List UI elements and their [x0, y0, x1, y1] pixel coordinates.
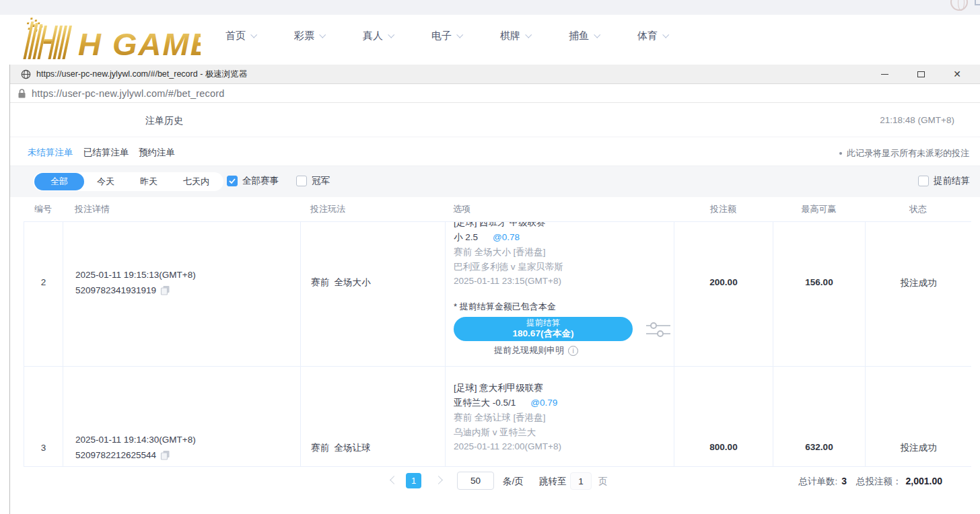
play-type: 赛前 全场让球 — [311, 442, 371, 454]
totals: 总计单数:3 总投注额：2,001.00 — [798, 476, 942, 488]
bet-amount: 200.00 — [674, 277, 773, 287]
cell-detail: 2025-01-11 19:15:13(GMT+8) 5209782341931… — [63, 222, 300, 366]
current-page-button[interactable]: 1 — [406, 473, 421, 488]
checkbox-unchecked-icon[interactable] — [296, 176, 307, 186]
nav-item-home[interactable]: 首页 — [225, 30, 256, 42]
range-all[interactable]: 全部 — [34, 173, 84, 190]
chevron-down-icon — [388, 31, 394, 38]
pick-row: 小 2.5@0.78 — [454, 231, 520, 244]
odds: @0.78 — [493, 232, 520, 242]
page-unit-label: 页 — [598, 476, 608, 488]
range-today[interactable]: 今天 — [84, 174, 127, 190]
market: 赛前 全场让球 [香港盘] — [454, 412, 546, 424]
col-option: 选项 — [445, 203, 674, 215]
copy-icon[interactable] — [160, 285, 170, 295]
address-bar[interactable]: https://user-pc-new.jylywl.com/#/bet_rec… — [10, 84, 980, 103]
bet-time: 2025-01-11 19:14:30(GMT+8) — [75, 435, 196, 445]
sliders-icon[interactable] — [646, 321, 670, 338]
nav-label: 棋牌 — [500, 30, 520, 42]
bet-status: 投注成功 — [866, 277, 971, 289]
chevron-down-icon — [456, 31, 463, 38]
window-title: https://user-pc-new.jylywl.com/#/bet_rec… — [36, 69, 247, 80]
copy-icon[interactable] — [160, 450, 170, 460]
checkbox-unchecked-icon[interactable] — [918, 176, 929, 186]
league-name: [足球] 西班牙 甲级联赛 — [454, 222, 546, 229]
next-page-icon[interactable] — [434, 476, 443, 484]
page-title: 注单历史 — [145, 115, 183, 127]
url-text[interactable]: https://user-pc-new.jylywl.com/#/bet_rec… — [32, 88, 225, 99]
range-7days[interactable]: 七天内 — [170, 174, 222, 190]
browser-titlebar[interactable]: https://user-pc-new.jylywl.com/#/bet_rec… — [10, 65, 980, 84]
tab-unsettled[interactable]: 未结算注单 — [28, 147, 73, 159]
odds: @0.79 — [530, 398, 557, 408]
cell-amount: 800.00 — [674, 367, 773, 466]
all-events-checkbox[interactable]: 全部赛事 — [227, 175, 279, 187]
cell-no: 3 — [24, 367, 63, 466]
match-time: 2025-01-11 22:00(GMT+8) — [454, 441, 561, 451]
market: 赛前 全场大小 [香港盘] — [454, 246, 546, 258]
bet-id-row: 5209782212625544 — [75, 450, 170, 460]
info-icon[interactable]: i — [568, 346, 578, 356]
cell-option: [足球] 西班牙 甲级联赛 小 2.5@0.78 赛前 全场大小 [香港盘] 巴… — [445, 222, 674, 366]
maximize-button[interactable] — [911, 67, 930, 81]
col-no: 编号 — [24, 203, 63, 215]
page-size-input[interactable] — [457, 472, 494, 490]
logo[interactable]: H GAME — [12, 16, 201, 65]
per-page-label: 条/页 — [503, 476, 524, 488]
col-status: 状态 — [865, 203, 971, 215]
nav-item-live[interactable]: 真人 — [363, 30, 393, 42]
total-amount-label: 总投注额： — [856, 476, 902, 486]
champion-label: 冠军 — [312, 175, 330, 187]
clock: 21:18:48 (GMT+8) — [880, 115, 954, 125]
logo-text: H GAME — [78, 26, 201, 62]
row-no: 2 — [24, 277, 63, 287]
total-count-label: 总计单数: — [798, 476, 837, 486]
cashout-rules-link[interactable]: 提前兑现规则申明 i — [494, 344, 578, 357]
cell-play: 赛前 全场让球 — [300, 367, 445, 466]
cashout-note: * 提前结算金额已包含本金 — [454, 301, 556, 313]
minimize-button[interactable] — [875, 67, 894, 81]
globe-icon — [21, 69, 31, 79]
bet-table: 编号 投注详情 投注玩法 选项 投注额 最高可赢 状态 2 2025-01-11… — [24, 197, 971, 467]
nav-item-fishing[interactable]: 捕鱼 — [569, 30, 599, 42]
total-count-value: 3 — [841, 476, 847, 486]
total-amount-value: 2,001.00 — [906, 476, 943, 486]
pagination-bar: 1 条/页 跳转至 页 总计单数:3 总投注额：2,001.00 — [10, 469, 980, 493]
tab-reserved[interactable]: 预约注单 — [139, 147, 175, 159]
col-detail: 投注详情 — [63, 203, 300, 215]
filters-bar: 全部 今天 昨天 七天内 全部赛事 冠军 提前结算 — [10, 166, 980, 197]
close-button[interactable]: ✕ — [948, 67, 967, 81]
chevron-down-icon — [594, 31, 600, 38]
cell-status: 投注成功 — [865, 367, 971, 466]
tabs-bar: 未结算注单 已结算注单 预约注单 此记录将显示所有未派彩的投注 — [10, 137, 980, 166]
nav-item-cards[interactable]: 棋牌 — [500, 30, 530, 42]
pick-row: 亚特兰大 -0.5/1@0.79 — [454, 397, 557, 409]
lock-icon — [18, 89, 26, 98]
nav-item-slots[interactable]: 电子 — [431, 30, 462, 42]
max-win: 632.00 — [773, 442, 865, 452]
jump-page-input[interactable] — [570, 472, 592, 490]
cell-play: 赛前 全场大小 — [300, 222, 445, 366]
champion-checkbox[interactable]: 冠军 — [296, 175, 330, 187]
range-yesterday[interactable]: 昨天 — [127, 174, 170, 190]
table-row: 3 2025-01-11 19:14:30(GMT+8) 52097822126… — [24, 366, 971, 467]
tab-settled[interactable]: 已结算注单 — [83, 147, 129, 159]
tab-note: 此记录将显示所有未派彩的投注 — [839, 147, 969, 159]
nav-item-sports[interactable]: 体育 — [637, 30, 668, 42]
page-header: 注单历史 21:18:48 (GMT+8) — [10, 103, 980, 137]
cell-no: 2 — [24, 222, 63, 366]
early-settlement-checkbox[interactable]: 提前结算 — [918, 175, 970, 187]
nav-item-lottery[interactable]: 彩票 — [294, 30, 324, 42]
cashout-rules-text[interactable]: 提前兑现规则申明 — [494, 344, 564, 357]
checkbox-checked-icon[interactable] — [227, 176, 238, 186]
match-time: 2025-01-11 23:15(GMT+8) — [454, 276, 561, 286]
match: 巴利亚多利德 v 皇家贝蒂斯 — [454, 261, 563, 273]
bet-id: 5209782341931919 — [75, 285, 156, 295]
cashout-button[interactable]: 提前结算 180.67(含本金) — [454, 317, 633, 341]
play-type: 赛前 全场大小 — [311, 277, 371, 289]
date-range-segment: 全部 今天 昨天 七天内 — [33, 172, 223, 191]
pick: 亚特兰大 -0.5/1 — [454, 398, 516, 408]
nav-label: 真人 — [363, 30, 383, 42]
site-header: H GAME 首页 彩票 真人 电子 棋牌 捕鱼 体育 — [0, 15, 980, 65]
prev-page-icon[interactable] — [390, 476, 398, 484]
